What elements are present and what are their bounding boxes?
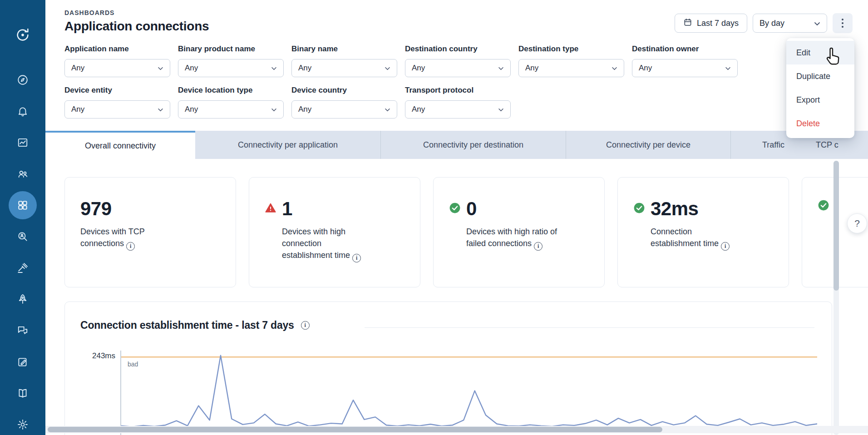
filter-label: Destination type [518, 44, 624, 54]
chevron-down-icon [158, 64, 163, 73]
menu-item-export[interactable]: Export [786, 88, 854, 112]
filter-value: Any [71, 64, 84, 73]
filter-select-destination-type[interactable]: Any [518, 59, 624, 77]
stat-value: 979 [80, 199, 112, 218]
date-range-button[interactable]: Last 7 days [675, 14, 747, 33]
filter-application-name: Application name Any [64, 44, 170, 77]
sidebar-item-settings[interactable] [13, 415, 33, 435]
timeseries-svg [121, 350, 817, 435]
y-axis-line [120, 351, 121, 435]
app-window: DASHBOARDS Application connections Last … [0, 0, 868, 435]
compass-icon [17, 74, 29, 86]
chart-title: Connection establishment time - last 7 d… [80, 319, 294, 331]
card-high-establishment-time: 1 Devices with high connection establish… [249, 177, 420, 287]
filter-device-location-type: Device location type Any [178, 86, 284, 119]
stat-label: Devices with TCP connections [80, 226, 173, 251]
more-actions-button[interactable] [833, 13, 853, 33]
filter-label: Application name [64, 44, 170, 54]
filter-select-destination-country[interactable]: Any [405, 59, 511, 77]
stat-label: Connection establishment time [651, 226, 735, 251]
filter-label: Binary product name [178, 44, 284, 54]
filter-select-transport-protocol[interactable]: Any [405, 100, 511, 119]
sidebar-item-users[interactable] [13, 164, 33, 184]
info-icon[interactable] [534, 242, 542, 251]
success-icon [449, 202, 461, 216]
filter-binary-name: Binary name Any [291, 44, 397, 77]
date-range-label: Last 7 days [697, 19, 739, 28]
filter-value: Any [639, 64, 652, 73]
tab-connectivity-per-device[interactable]: Connectivity per device [566, 131, 730, 159]
tab-connectivity-per-destination[interactable]: Connectivity per destination [380, 131, 566, 159]
chevron-down-icon [385, 105, 390, 114]
sidebar-item-feedback[interactable] [13, 321, 33, 341]
filter-value: Any [525, 64, 538, 73]
info-icon[interactable] [352, 254, 361, 262]
compose-icon [17, 356, 29, 368]
sidebar-item-explore[interactable] [13, 70, 33, 90]
filter-value: Any [185, 64, 198, 73]
horizontal-scrollbar [45, 426, 868, 433]
filter-transport-protocol: Transport protocol Any [405, 86, 511, 119]
book-icon [17, 387, 29, 399]
rocket-icon [17, 293, 29, 305]
horizontal-scrollbar-thumb[interactable] [48, 427, 662, 432]
info-icon[interactable] [301, 321, 310, 330]
card-devices-with-tcp: 979 Devices with TCP connections [64, 177, 236, 287]
grid-icon [17, 199, 29, 211]
sidebar-item-reports[interactable] [13, 352, 33, 372]
filter-value: Any [412, 64, 425, 73]
filter-label: Device entity [64, 86, 170, 95]
filter-select-application-name[interactable]: Any [64, 59, 170, 77]
y-axis-max-label: 243ms [78, 351, 115, 361]
tab-overall-connectivity[interactable]: Overall connectivity [45, 131, 195, 159]
menu-item-duplicate[interactable]: Duplicate [786, 64, 854, 88]
menu-item-delete[interactable]: Delete [786, 112, 854, 135]
gavel-icon [17, 262, 29, 274]
filter-device-country: Device country Any [291, 86, 397, 119]
vertical-scrollbar-thumb[interactable] [833, 161, 839, 291]
info-icon[interactable] [721, 242, 730, 251]
actions-menu: Edit Duplicate Export Delete [786, 38, 854, 138]
sidebar-item-policies[interactable] [13, 258, 33, 278]
chevron-down-icon [498, 64, 504, 73]
filter-select-device-country[interactable]: Any [291, 100, 397, 119]
filter-destination-country: Destination country Any [405, 44, 511, 77]
stat-label: Devices with high connection establishme… [282, 226, 366, 262]
sidebar [0, 0, 45, 435]
interval-select[interactable]: By day [753, 14, 827, 33]
chevron-down-icon [814, 19, 820, 28]
filter-value: Any [298, 105, 311, 114]
tab-connectivity-per-application[interactable]: Connectivity per application [195, 131, 380, 159]
filter-destination-type: Destination type Any [518, 44, 624, 77]
logo-icon[interactable] [11, 24, 34, 46]
filter-select-device-entity[interactable]: Any [64, 100, 170, 119]
filters-section: Application name Any Binary product name… [64, 44, 738, 127]
sidebar-item-monitoring[interactable] [13, 133, 33, 153]
filter-select-destination-owner[interactable]: Any [632, 59, 738, 77]
filter-select-device-location-type[interactable]: Any [178, 100, 284, 119]
sidebar-item-documentation[interactable] [13, 383, 33, 403]
filter-value: Any [185, 105, 198, 114]
success-icon [633, 202, 645, 216]
chevron-down-icon [725, 64, 731, 73]
chevron-down-icon [612, 64, 617, 73]
sidebar-item-notifications[interactable] [13, 101, 33, 121]
divider [365, 327, 814, 328]
sidebar-item-getting-started[interactable] [13, 289, 33, 309]
help-button[interactable]: ? [847, 213, 867, 233]
bell-icon [17, 105, 29, 117]
vertical-scrollbar [833, 161, 839, 435]
stat-value: 1 [282, 199, 292, 218]
card-connection-establishment-time: 32ms Connection establishment time [617, 177, 789, 287]
chevron-down-icon [271, 64, 277, 73]
filter-binary-product-name: Binary product name Any [178, 44, 284, 77]
sidebar-item-investigate[interactable] [13, 227, 33, 247]
filter-select-binary-name[interactable]: Any [291, 59, 397, 77]
menu-item-edit[interactable]: Edit [786, 41, 854, 64]
filter-label: Transport protocol [405, 86, 511, 95]
filter-label: Destination country [405, 44, 511, 54]
stat-value: 0 [466, 199, 477, 218]
filter-select-binary-product-name[interactable]: Any [178, 59, 284, 77]
info-icon[interactable] [126, 242, 135, 251]
sidebar-item-dashboards[interactable] [13, 195, 33, 215]
